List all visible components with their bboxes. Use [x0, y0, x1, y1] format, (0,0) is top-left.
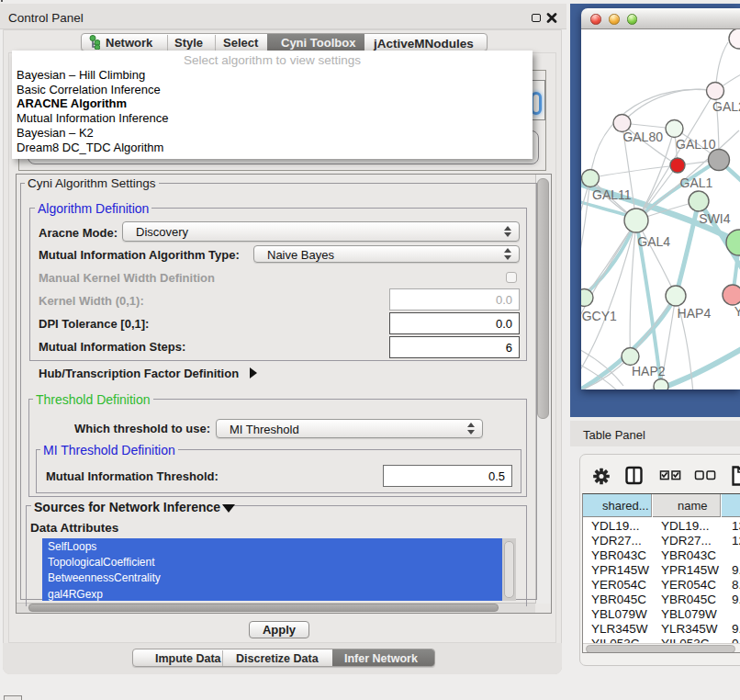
svg-text:HAP2: HAP2 — [632, 364, 666, 378]
svg-text:GAL10: GAL10 — [676, 137, 716, 152]
svg-text:GCY1: GCY1 — [582, 309, 617, 323]
svg-text:GAL11: GAL11 — [592, 187, 632, 202]
svg-text:YM: YM — [734, 304, 740, 319]
svg-text:HAP4: HAP4 — [678, 306, 712, 321]
svg-text:GAL4: GAL4 — [637, 234, 670, 249]
svg-text:GAL1: GAL1 — [680, 175, 713, 190]
svg-text:GAL2: GAL2 — [712, 99, 740, 114]
svg-text:SWI4: SWI4 — [699, 211, 730, 226]
svg-text:GAL80: GAL80 — [622, 130, 663, 144]
